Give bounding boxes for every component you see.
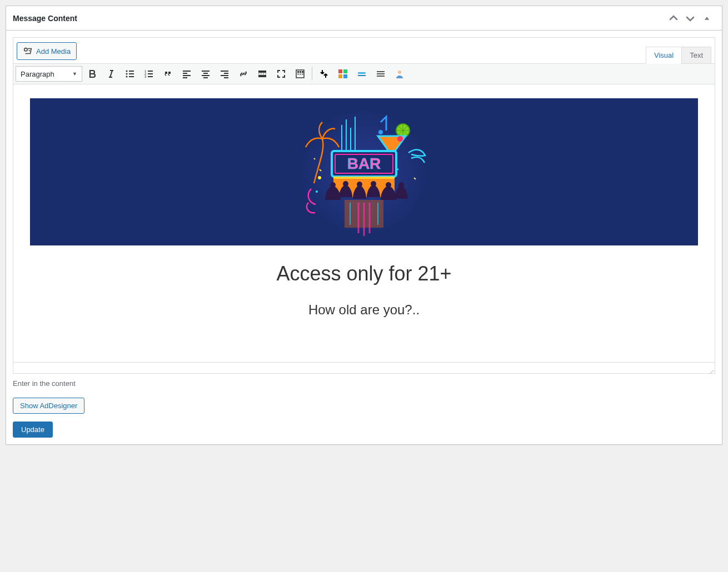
help-text: Enter in the content bbox=[13, 374, 715, 388]
link-icon bbox=[238, 68, 249, 79]
svg-point-36 bbox=[398, 182, 404, 188]
fullscreen-button[interactable] bbox=[272, 66, 290, 82]
align-right-icon bbox=[219, 68, 230, 79]
editor-toolbar: Paragraph 123 bbox=[13, 64, 715, 84]
align-center-button[interactable] bbox=[197, 66, 215, 82]
svg-rect-14 bbox=[338, 69, 342, 73]
svg-point-3 bbox=[126, 76, 128, 78]
toolbar-separator bbox=[312, 67, 312, 81]
svg-rect-8 bbox=[297, 71, 299, 73]
svg-rect-12 bbox=[300, 73, 301, 75]
triangle-up-icon bbox=[703, 14, 711, 22]
svg-point-32 bbox=[343, 181, 348, 187]
italic-icon bbox=[106, 68, 117, 79]
svg-point-34 bbox=[371, 181, 376, 187]
svg-point-31 bbox=[330, 182, 336, 188]
svg-rect-9 bbox=[300, 71, 301, 73]
bullet-list-button[interactable] bbox=[121, 66, 139, 82]
svg-rect-30 bbox=[333, 177, 395, 179]
add-media-button[interactable]: Add Media bbox=[17, 42, 77, 60]
svg-rect-19 bbox=[358, 75, 366, 76]
content-subtext: How old are you?.. bbox=[30, 302, 698, 318]
format-dropdown[interactable]: Paragraph bbox=[16, 66, 82, 82]
svg-rect-10 bbox=[302, 71, 303, 73]
svg-text:3: 3 bbox=[144, 75, 147, 78]
align-right-button[interactable] bbox=[216, 66, 233, 82]
color-palette-button[interactable] bbox=[334, 66, 352, 82]
panel-move-down-button[interactable] bbox=[682, 10, 699, 27]
svg-point-2 bbox=[126, 73, 128, 75]
panel-move-up-button[interactable] bbox=[665, 10, 682, 27]
numbered-list-icon: 123 bbox=[143, 68, 154, 79]
svg-point-24 bbox=[397, 136, 403, 142]
read-more-button[interactable] bbox=[253, 66, 271, 82]
editor-topbar: Add Media Visual Text bbox=[13, 38, 715, 64]
numbered-list-button[interactable]: 123 bbox=[140, 66, 158, 82]
separator2-icon bbox=[375, 68, 386, 79]
svg-rect-11 bbox=[297, 73, 299, 75]
chevron-up-icon bbox=[668, 13, 679, 24]
color-palette-icon bbox=[337, 68, 348, 79]
bar-neon-graphic: BAR bbox=[292, 106, 436, 239]
panel-title: Message Content bbox=[13, 14, 77, 23]
link-button[interactable] bbox=[235, 66, 252, 82]
align-center-icon bbox=[200, 68, 211, 79]
svg-point-35 bbox=[386, 182, 391, 188]
separator-icon bbox=[356, 68, 367, 79]
format-dropdown-value: Paragraph bbox=[21, 70, 54, 78]
svg-point-0 bbox=[24, 48, 27, 51]
editor-container: Add Media Visual Text Paragraph 123 bbox=[13, 37, 715, 374]
editor-statusbar bbox=[13, 362, 715, 373]
toolbar-toggle-icon bbox=[295, 68, 306, 79]
svg-rect-15 bbox=[343, 69, 347, 73]
tab-visual[interactable]: Visual bbox=[646, 47, 682, 64]
fullscreen-icon bbox=[276, 68, 287, 79]
editor-content-area[interactable]: BAR bbox=[13, 84, 715, 362]
banner-image: BAR bbox=[30, 98, 698, 245]
content-heading: Access only for 21+ bbox=[30, 262, 698, 285]
svg-point-26 bbox=[316, 190, 318, 193]
panel-header: Message Content bbox=[6, 6, 722, 31]
svg-point-25 bbox=[318, 176, 321, 179]
svg-point-22 bbox=[378, 130, 383, 134]
separator-button[interactable] bbox=[353, 66, 371, 82]
panel-body: Add Media Visual Text Paragraph 123 bbox=[6, 31, 722, 444]
italic-button[interactable] bbox=[102, 66, 120, 82]
show-addesigner-button[interactable]: Show AdDesigner bbox=[13, 398, 84, 414]
read-more-icon bbox=[257, 68, 268, 79]
toolbar-toggle-button[interactable] bbox=[291, 66, 309, 82]
tab-text[interactable]: Text bbox=[681, 47, 711, 64]
align-left-button[interactable] bbox=[178, 66, 196, 82]
blockquote-icon bbox=[162, 68, 173, 79]
update-button[interactable]: Update bbox=[13, 422, 53, 438]
svg-rect-17 bbox=[343, 74, 347, 78]
svg-rect-18 bbox=[358, 72, 366, 74]
media-icon bbox=[23, 46, 33, 56]
resize-handle[interactable] bbox=[706, 364, 714, 372]
panel-controls bbox=[665, 10, 715, 27]
message-content-panel: Message Content Add Media Visual bbox=[6, 6, 722, 445]
insert-button[interactable] bbox=[315, 66, 333, 82]
user-icon bbox=[394, 68, 405, 79]
bullet-list-icon bbox=[124, 68, 136, 79]
panel-toggle-button[interactable] bbox=[699, 10, 715, 27]
add-media-label: Add Media bbox=[36, 47, 71, 56]
insert-icon bbox=[318, 68, 330, 79]
svg-point-20 bbox=[398, 71, 401, 74]
svg-point-33 bbox=[357, 182, 362, 187]
bar-sign-text: BAR bbox=[347, 155, 381, 172]
editor-tabs: Visual Text bbox=[646, 46, 711, 63]
svg-point-1 bbox=[126, 71, 128, 72]
user-button[interactable] bbox=[391, 66, 408, 82]
align-left-icon bbox=[181, 68, 192, 79]
bold-button[interactable] bbox=[83, 66, 101, 82]
separator2-button[interactable] bbox=[372, 66, 390, 82]
blockquote-button[interactable] bbox=[159, 66, 177, 82]
bold-icon bbox=[87, 68, 98, 79]
chevron-down-icon bbox=[685, 13, 696, 24]
svg-rect-16 bbox=[338, 74, 342, 78]
svg-rect-13 bbox=[302, 73, 303, 75]
